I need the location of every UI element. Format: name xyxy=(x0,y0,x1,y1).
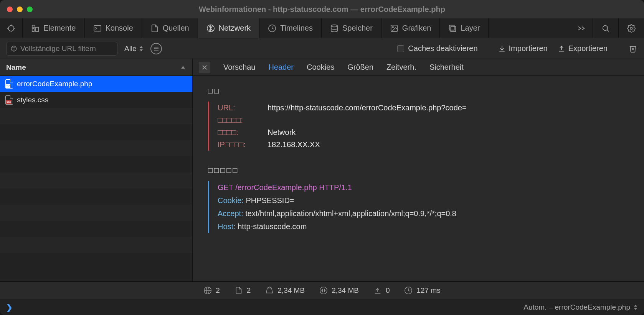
transfer-icon xyxy=(319,286,328,295)
tab-layers[interactable]: Layer xyxy=(440,18,489,38)
disable-caches-label: Caches deaktivieren xyxy=(408,44,477,53)
stat-time: 127 ms xyxy=(404,286,440,295)
settings-button[interactable] xyxy=(619,18,644,38)
close-detail-button[interactable] xyxy=(199,62,210,73)
sidebar-header-label: Name xyxy=(6,63,26,72)
updown-icon xyxy=(633,304,638,311)
stat-resources: 2 xyxy=(234,286,251,295)
resources-sidebar: Name <> errorCodeExample.php css styles.… xyxy=(0,59,193,281)
overflow-tabs-button[interactable] xyxy=(570,18,593,38)
export-button[interactable]: Exportieren xyxy=(558,44,608,53)
search-icon xyxy=(601,24,610,33)
export-label: Exportieren xyxy=(568,44,608,53)
clear-button[interactable] xyxy=(628,44,638,54)
summary-label: □□□□: xyxy=(218,128,260,137)
detail-tab-cookies[interactable]: Cookies xyxy=(307,63,334,72)
file-list: <> errorCodeExample.php css styles.css xyxy=(0,76,192,281)
crosshair-icon xyxy=(7,24,15,33)
header-value: text/html,application/xhtml+xml,applicat… xyxy=(245,209,456,218)
svg-marker-24 xyxy=(140,49,143,51)
svg-point-16 xyxy=(603,25,608,30)
import-button[interactable]: Importieren xyxy=(498,44,548,53)
tab-label: Elemente xyxy=(43,24,76,33)
graphics-icon xyxy=(390,24,398,33)
summary-label: □□□□□: xyxy=(218,116,260,125)
tab-label: Konsole xyxy=(106,24,133,33)
tab-label: Layer xyxy=(461,24,480,33)
storage-icon xyxy=(330,24,339,33)
search-button[interactable] xyxy=(593,18,619,38)
svg-rect-15 xyxy=(449,25,454,30)
summary-row: □□□□: Network xyxy=(218,126,629,138)
sort-chevron-icon xyxy=(180,64,186,71)
status-bar: 2 2 2,34 MB 2,34 MB 0 xyxy=(0,281,644,299)
header-name: Host: xyxy=(218,222,236,231)
upload-small-icon xyxy=(373,286,382,295)
detail-tab-security[interactable]: Sicherheit xyxy=(429,63,464,72)
request-section-title: □□□□□ xyxy=(208,166,629,175)
svg-point-13 xyxy=(392,26,393,28)
filter-icon xyxy=(10,45,17,52)
sidebar-header[interactable]: Name xyxy=(0,59,192,76)
header-value: http-statuscode.com xyxy=(238,222,307,231)
inspect-target-button[interactable] xyxy=(0,18,23,38)
layers-icon xyxy=(448,24,457,33)
file-row[interactable]: css styles.css xyxy=(0,92,192,108)
svg-rect-6 xyxy=(32,28,35,31)
request-header-row: Cookie: PHPSESSID= xyxy=(218,194,629,207)
detail-tab-preview[interactable]: Vorschau xyxy=(223,63,255,72)
header-name: Accept: xyxy=(218,209,243,218)
console-prompt-icon[interactable]: ❯ xyxy=(6,303,13,312)
svg-rect-8 xyxy=(94,25,101,31)
file-icon: css xyxy=(5,95,13,105)
summary-label: URL: xyxy=(218,103,260,112)
disable-caches-checkbox[interactable]: Caches deaktivieren xyxy=(397,44,477,53)
weight-icon xyxy=(265,286,274,295)
summary-block: URL: https://http-statuscode.com/errorCo… xyxy=(208,102,629,151)
stat-value: 2,34 MB xyxy=(277,286,305,295)
file-name: errorCodeExample.php xyxy=(17,80,92,88)
tab-storage[interactable]: Speicher xyxy=(322,18,381,38)
tab-elements[interactable]: Elemente xyxy=(23,18,85,38)
summary-section-title: □□ xyxy=(208,87,629,95)
tab-console[interactable]: Konsole xyxy=(85,18,142,38)
file-icon xyxy=(234,286,243,295)
svg-point-0 xyxy=(8,25,14,31)
tab-sources[interactable]: Quellen xyxy=(142,18,198,38)
overflow-icon xyxy=(577,24,586,33)
tab-timelines[interactable]: Timelines xyxy=(259,18,322,38)
detail-tab-sizes[interactable]: Größen xyxy=(347,63,373,72)
detail-tab-timing[interactable]: Zeitverh. xyxy=(386,63,416,72)
url-filter-placeholder: Vollständige URL filtern xyxy=(20,44,96,53)
detail-tab-header[interactable]: Header xyxy=(268,63,294,72)
stat-domains: 2 xyxy=(203,286,220,295)
detail-tabs: Vorschau Header Cookies Größen Zeitverh.… xyxy=(193,59,644,76)
file-row[interactable]: <> errorCodeExample.php xyxy=(0,76,192,92)
tab-network[interactable]: Netzwerk xyxy=(198,18,259,38)
console-bar: ❯ Autom. – errorCodeExample.php xyxy=(0,299,644,315)
tab-label: Grafiken xyxy=(402,24,431,33)
summary-value: Network xyxy=(268,128,296,137)
tab-label: Speicher xyxy=(342,24,373,33)
tab-label: Timelines xyxy=(280,24,313,33)
context-selector[interactable]: Autom. – errorCodeExample.php xyxy=(523,303,638,312)
tab-graphics[interactable]: Grafiken xyxy=(381,18,440,38)
group-button[interactable] xyxy=(150,43,162,54)
svg-marker-30 xyxy=(181,66,185,69)
updown-icon xyxy=(139,45,144,52)
window-minimize-button[interactable] xyxy=(17,7,23,12)
window-close-button[interactable] xyxy=(7,7,13,12)
url-filter-input[interactable]: Vollständige URL filtern xyxy=(6,42,117,56)
svg-point-18 xyxy=(630,27,632,30)
import-label: Importieren xyxy=(509,44,548,53)
svg-point-11 xyxy=(331,25,338,27)
svg-rect-14 xyxy=(451,26,456,31)
filter-mode-selector[interactable]: Alle xyxy=(124,44,144,53)
svg-marker-23 xyxy=(140,46,143,48)
svg-rect-7 xyxy=(36,27,38,31)
stat-size: 2,34 MB xyxy=(265,286,305,295)
tab-label: Netzwerk xyxy=(219,24,251,33)
titlebar: Webinformationen - http-statuscode.com —… xyxy=(0,0,644,18)
stat-loads: 0 xyxy=(373,286,390,295)
window-maximize-button[interactable] xyxy=(27,7,33,12)
